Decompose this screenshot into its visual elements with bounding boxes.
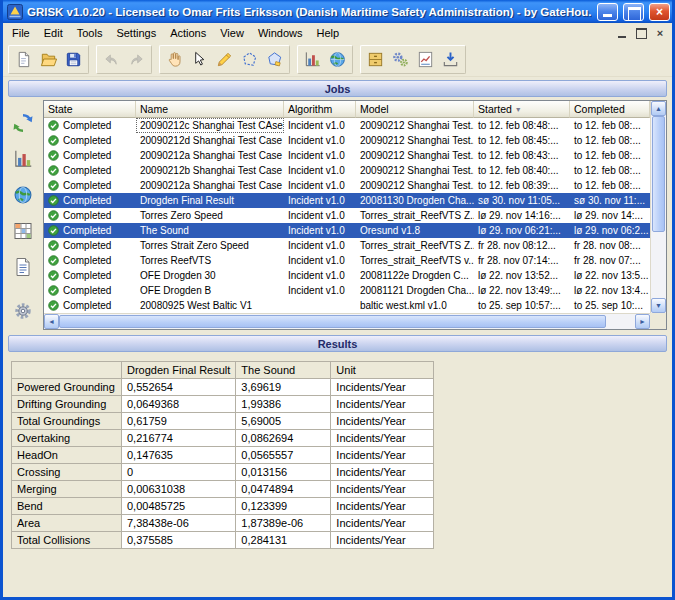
- settings-icon[interactable]: [10, 298, 36, 324]
- job-state-cell: Completed: [44, 268, 136, 283]
- results-cell: 5,69005: [236, 413, 331, 430]
- chart-view-icon[interactable]: [10, 146, 36, 172]
- job-row[interactable]: Completed20090212b Shanghai Test CaseInc…: [44, 163, 650, 178]
- job-row[interactable]: CompletedOFE Drogden 30Incident v1.02008…: [44, 268, 650, 283]
- column-header-started[interactable]: Started▼: [474, 101, 570, 118]
- job-state-cell: Completed: [44, 178, 136, 193]
- job-completed: lø 22. nov 13:5...: [570, 268, 650, 283]
- minimize-button[interactable]: [597, 3, 618, 21]
- archive-icon[interactable]: [363, 47, 388, 72]
- job-row[interactable]: Completed20080925 West Baltic V1baltic w…: [44, 298, 650, 313]
- job-row[interactable]: Completed20090212a Shanghai Test CaseInc…: [44, 148, 650, 163]
- job-algorithm: Incident v1.0: [284, 148, 356, 163]
- job-started: fr 28. nov 07:14:...: [474, 253, 570, 268]
- polygon-select-icon[interactable]: [237, 47, 262, 72]
- chart-icon[interactable]: [300, 47, 325, 72]
- job-completed: lø 22. nov 13:4...: [570, 283, 650, 298]
- completed-icon: [48, 210, 59, 221]
- vertical-scroll-thumb[interactable]: [652, 116, 665, 232]
- results-cell: Incidents/Year: [331, 447, 434, 464]
- menu-file[interactable]: File: [5, 24, 37, 42]
- globe-icon[interactable]: [325, 47, 350, 72]
- report-view-icon[interactable]: [10, 254, 36, 280]
- menu-bar: FileEditToolsSettingsActionsViewWindowsH…: [3, 23, 672, 43]
- job-row[interactable]: CompletedTorres Zero SpeedIncident v1.0T…: [44, 208, 650, 223]
- app-icon[interactable]: [7, 4, 23, 20]
- results-cell: 0,0862694: [236, 430, 331, 447]
- job-row[interactable]: Completed20090212c Shanghai Test CAseInc…: [44, 118, 650, 133]
- job-row[interactable]: Completed20090212d Shanghai Test CaseInc…: [44, 133, 650, 148]
- mdi-minimize-button[interactable]: [614, 26, 630, 40]
- maximize-button[interactable]: [623, 3, 644, 21]
- toolbar-group: [159, 45, 290, 74]
- horizontal-scroll-track[interactable]: [59, 314, 635, 329]
- results-cell: 0,0474894: [236, 481, 331, 498]
- mdi-close-button[interactable]: ×: [652, 26, 668, 40]
- map-view-icon[interactable]: [10, 182, 36, 208]
- scroll-down-button[interactable]: ▼: [651, 298, 666, 313]
- mdi-restore-button[interactable]: [633, 26, 649, 40]
- results-cell: 0,00631038: [122, 481, 236, 498]
- scroll-right-button[interactable]: ►: [635, 314, 650, 329]
- close-button[interactable]: ×: [649, 3, 670, 21]
- column-header-model[interactable]: Model: [356, 101, 474, 118]
- job-completed: to 12. feb 08:...: [570, 163, 650, 178]
- column-header-completed[interactable]: Completed: [570, 101, 650, 118]
- results-col-header: Drogden Final Result: [122, 362, 236, 379]
- results-cell: Incidents/Year: [331, 430, 434, 447]
- results-cell: 0: [122, 464, 236, 481]
- results-cell: 0,147635: [122, 447, 236, 464]
- select-icon[interactable]: [187, 47, 212, 72]
- grid-view-icon[interactable]: [10, 218, 36, 244]
- job-started: to 12. feb 08:48:...: [474, 118, 570, 133]
- vertical-scroll-track[interactable]: [651, 116, 666, 298]
- title-bar[interactable]: GRISK v1.0.20 - Licensed to Omar Frits E…: [3, 0, 672, 23]
- completed-icon: [48, 225, 59, 236]
- horizontal-scroll-thumb[interactable]: [59, 315, 606, 328]
- gears-icon[interactable]: [388, 47, 413, 72]
- results-area: Drogden Final ResultThe SoundUnitPowered…: [3, 355, 672, 597]
- column-header-algorithm[interactable]: Algorithm: [284, 101, 356, 118]
- job-row[interactable]: CompletedThe SoundIncident v1.0Oresund v…: [44, 223, 650, 238]
- menu-help[interactable]: Help: [310, 24, 347, 42]
- results-cell: Incidents/Year: [331, 379, 434, 396]
- results-cell: Incidents/Year: [331, 532, 434, 549]
- toolbar-group: [360, 45, 466, 74]
- scroll-left-button[interactable]: ◄: [44, 314, 59, 329]
- job-name: 20090212a Shanghai Test Case: [136, 148, 284, 163]
- job-row[interactable]: CompletedDrogden Final ResultIncident v1…: [44, 193, 650, 208]
- report-icon[interactable]: [413, 47, 438, 72]
- results-cell: Incidents/Year: [331, 413, 434, 430]
- results-row: Total Groundings0,617595,69005Incidents/…: [12, 413, 434, 430]
- column-header-name[interactable]: Name: [136, 101, 284, 118]
- polygon-edit-icon[interactable]: [262, 47, 287, 72]
- jobs-vertical-scrollbar[interactable]: ▲ ▼: [650, 101, 666, 313]
- job-name: Torres ReefVTS: [136, 253, 284, 268]
- undo-icon[interactable]: [99, 47, 124, 72]
- job-row[interactable]: CompletedTorres ReefVTSIncident v1.0Torr…: [44, 253, 650, 268]
- menu-settings[interactable]: Settings: [109, 24, 163, 42]
- jobs-view-icon[interactable]: [10, 110, 36, 136]
- column-header-state[interactable]: State: [44, 101, 136, 118]
- menu-actions[interactable]: Actions: [163, 24, 213, 42]
- open-icon[interactable]: [36, 47, 61, 72]
- new-icon[interactable]: [11, 47, 36, 72]
- save-icon[interactable]: [61, 47, 86, 72]
- jobs-horizontal-scrollbar[interactable]: ◄ ►: [44, 313, 650, 329]
- edit-icon[interactable]: [212, 47, 237, 72]
- job-name: Drogden Final Result: [136, 193, 284, 208]
- menu-windows[interactable]: Windows: [251, 24, 310, 42]
- redo-icon[interactable]: [124, 47, 149, 72]
- export-icon[interactable]: [438, 47, 463, 72]
- job-row[interactable]: Completed20090212a Shanghai Test CaseInc…: [44, 178, 650, 193]
- scroll-up-button[interactable]: ▲: [651, 101, 666, 116]
- menu-tools[interactable]: Tools: [70, 24, 110, 42]
- pan-icon[interactable]: [162, 47, 187, 72]
- results-row: Drifting Grounding0,06493681,99386Incide…: [12, 396, 434, 413]
- results-cell: 3,69619: [236, 379, 331, 396]
- job-row[interactable]: CompletedTorres Strait Zero SpeedInciden…: [44, 238, 650, 253]
- job-row[interactable]: CompletedOFE Drogden BIncident v1.020081…: [44, 283, 650, 298]
- job-model: 20081130 Drogden Cha...: [356, 193, 474, 208]
- menu-view[interactable]: View: [213, 24, 251, 42]
- menu-edit[interactable]: Edit: [37, 24, 70, 42]
